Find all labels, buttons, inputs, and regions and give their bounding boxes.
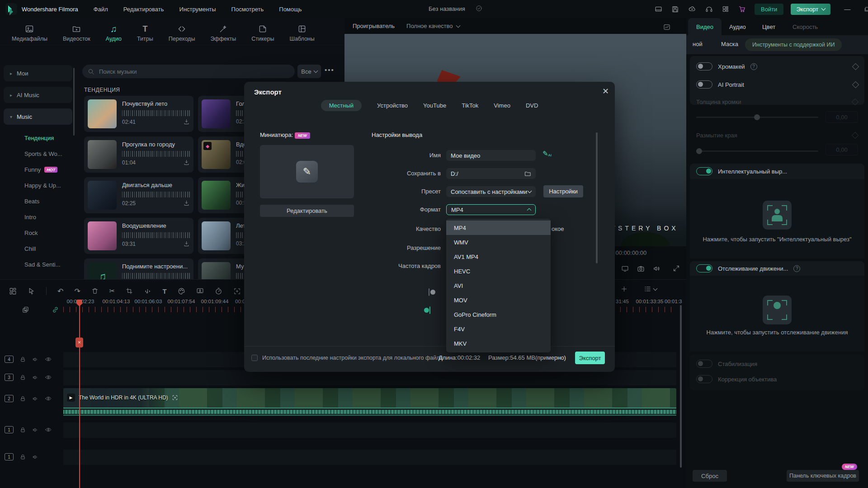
edge-thickness-slider[interactable] (696, 117, 818, 118)
tab-stickers[interactable]: Стикеры (251, 24, 274, 42)
copy-timeline-icon[interactable] (22, 306, 29, 314)
music-card[interactable]: Двигаться дальше02:25 (84, 177, 193, 213)
subtab-mask[interactable]: Маска (721, 41, 738, 47)
export-confirm-button[interactable]: Экспорт (575, 352, 605, 364)
dialog-close-button[interactable]: ✕ (602, 86, 609, 96)
sidebar-item-intro[interactable]: Intro (4, 209, 72, 225)
edge-blur-slider[interactable] (696, 150, 818, 152)
audio-stretch-icon[interactable] (144, 287, 151, 295)
speed-timer-icon[interactable] (215, 287, 222, 295)
video-clip[interactable]: ▶The World in HDR in 4K (ULTRA HD) (63, 388, 676, 408)
video-track-1[interactable] (63, 422, 676, 438)
tab-youtube[interactable]: YouTube (423, 102, 446, 109)
tab-templates[interactable]: Шаблоны (289, 24, 314, 42)
sidebar-item-trending[interactable]: Тенденция (4, 130, 72, 146)
sidebar-item-sports[interactable]: Sports & Wo... (4, 146, 72, 162)
keyframe-panel-button[interactable]: Панель ключевых кадров (787, 470, 859, 482)
keyframe-diamond-icon[interactable] (852, 63, 859, 70)
maximize-button[interactable] (864, 6, 868, 12)
menu-edit[interactable]: Редактировать (123, 6, 164, 13)
hidden-option-toggle-off[interactable] (429, 288, 429, 296)
settings-button[interactable]: Настройки (543, 185, 583, 197)
keyframe-diamond-icon[interactable] (852, 81, 859, 88)
tab-dvd[interactable]: DVD (526, 102, 538, 109)
hidden-option-toggle-on[interactable] (429, 306, 430, 314)
format-option-mp4[interactable]: MP4 (446, 221, 551, 235)
sidebar-item-beats[interactable]: Beats (4, 193, 72, 209)
smart-cutout-icon[interactable] (763, 201, 792, 230)
format-option-mkv[interactable]: MKV (446, 336, 551, 351)
undo-icon[interactable]: ↶ (57, 287, 63, 296)
edge-blur-value[interactable]: 0,00 (826, 144, 858, 155)
tab-tiktok[interactable]: TikTok (462, 102, 478, 109)
lock-icon[interactable] (19, 454, 26, 460)
mute-speaker-icon[interactable] (32, 395, 39, 402)
minimize-button[interactable]: — (844, 5, 850, 13)
lens-correction-toggle[interactable] (696, 375, 712, 383)
menu-help[interactable]: Помощь (279, 6, 302, 13)
lock-icon[interactable] (19, 427, 26, 433)
tab-local[interactable]: Местный (321, 100, 362, 111)
save-path-input[interactable]: D:/ (446, 168, 536, 179)
music-search-input[interactable]: Поиск музыки (82, 65, 295, 78)
edit-thumbnail-button[interactable]: Редактировать (260, 205, 354, 217)
quality-select[interactable]: Полное качество (406, 23, 460, 29)
reset-button[interactable]: Сброс (693, 470, 727, 482)
sidebar-item-happy[interactable]: Happy & Up... (4, 178, 72, 193)
motion-tracking-area[interactable]: Нажмите, чтобы запустить отслеживание дв… (690, 276, 864, 352)
chroma-key-toggle[interactable] (696, 62, 712, 70)
music-card[interactable]: Прогулка по городу01:04 (84, 136, 193, 173)
mute-speaker-icon[interactable] (32, 356, 39, 363)
download-icon[interactable] (183, 200, 190, 206)
timeline-marker[interactable]: ✕ (75, 338, 83, 347)
download-icon[interactable] (183, 159, 190, 166)
download-icon[interactable] (183, 240, 190, 247)
help-icon[interactable]: ? (793, 265, 800, 272)
download-icon[interactable] (183, 118, 190, 125)
name-input[interactable]: Мое видео (446, 150, 536, 161)
sidebar-item-sad[interactable]: Sad & Senti... (4, 257, 72, 272)
video-track-3[interactable] (63, 370, 676, 385)
filter-select[interactable]: Все (297, 65, 321, 78)
sidebar-scrollbar[interactable] (73, 68, 75, 136)
tab-media-files[interactable]: Медиафайлы (12, 24, 47, 42)
playhead-line[interactable] (79, 305, 80, 488)
select-cursor-icon[interactable] (28, 287, 35, 295)
crop-icon[interactable] (126, 287, 133, 295)
more-options-button[interactable]: ••• (325, 66, 335, 74)
titlebar-export-button[interactable]: Экспорт (791, 4, 830, 15)
render-preview-icon[interactable] (663, 23, 670, 31)
workspace-grid-icon[interactable] (722, 5, 729, 13)
sidebar-group-music[interactable]: ▾Music (4, 108, 72, 125)
ai-rename-icon[interactable]: ✎AI (542, 150, 552, 158)
tab-color[interactable]: Цвет (762, 18, 775, 35)
timeline-scrollbar[interactable] (680, 305, 682, 468)
tab-video[interactable]: Видео (688, 18, 722, 35)
lock-icon[interactable] (19, 356, 26, 363)
thumbnail-box[interactable]: ✎ (260, 145, 354, 198)
format-option-wmv[interactable]: WMV (446, 235, 551, 249)
preset-select[interactable]: Сопоставить с настройками про (446, 186, 536, 197)
track-view-options[interactable] (644, 285, 657, 293)
help-icon[interactable]: ? (750, 63, 757, 70)
tab-titles[interactable]: TТитры (137, 24, 153, 42)
eye-icon[interactable] (45, 395, 52, 402)
login-button[interactable]: Войти (755, 4, 783, 15)
screen-record-icon[interactable] (196, 287, 204, 295)
menu-tools[interactable]: Инструменты (179, 6, 216, 13)
fullscreen-icon[interactable] (673, 265, 680, 272)
save-icon[interactable] (671, 5, 679, 13)
display-mode-icon[interactable] (655, 5, 662, 13)
sidebar-group-ai-music[interactable]: ▸AI Music (4, 87, 72, 103)
link-clips-icon[interactable] (52, 306, 59, 314)
sidebar-item-chill[interactable]: Chill (4, 241, 72, 257)
mute-speaker-icon[interactable] (32, 427, 39, 433)
subtab-basic[interactable]: ной (693, 41, 703, 47)
menu-file[interactable]: Файл (94, 6, 108, 13)
dialog-scrollbar[interactable] (596, 132, 598, 263)
tab-audio-props[interactable]: Аудио (729, 18, 746, 35)
add-track-icon[interactable] (620, 285, 628, 293)
speaker-icon[interactable] (653, 265, 660, 272)
snapshot-camera-icon[interactable] (637, 265, 645, 272)
clip-audio-waveform[interactable] (63, 408, 676, 416)
